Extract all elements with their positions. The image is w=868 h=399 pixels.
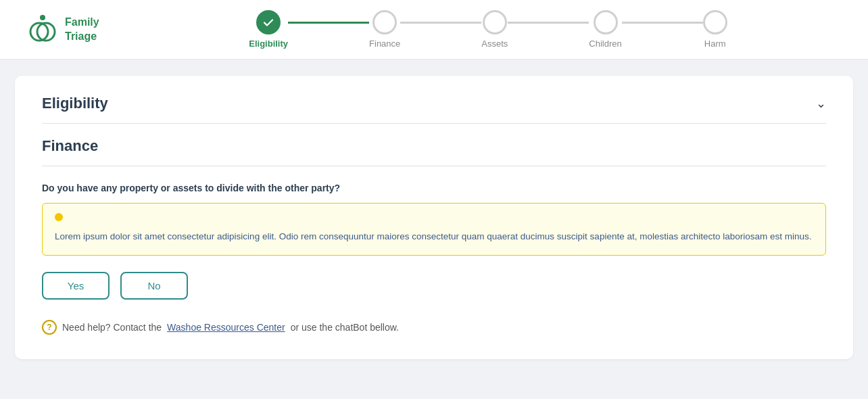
help-text-after: or use the chatBot bellow. bbox=[291, 322, 399, 333]
connector-2 bbox=[400, 22, 481, 24]
logo-icon bbox=[27, 14, 58, 45]
finance-title: Finance bbox=[42, 137, 826, 155]
step-label-harm: Harm bbox=[704, 39, 726, 49]
connector-4 bbox=[622, 22, 703, 24]
step-label-children: Children bbox=[589, 39, 621, 49]
step-eligibility[interactable]: Eligibility bbox=[249, 10, 288, 49]
eligibility-section-header: Eligibility ⌄ bbox=[42, 95, 826, 124]
washoe-link[interactable]: Washoe Ressources Center bbox=[167, 322, 285, 333]
eligibility-title: Eligibility bbox=[42, 95, 108, 112]
step-harm[interactable]: Harm bbox=[703, 10, 727, 49]
help-row: ? Need help? Contact the Washoe Ressourc… bbox=[42, 320, 826, 335]
header: Family Triage Eligibility Finance bbox=[0, 0, 868, 60]
step-circle-eligibility bbox=[256, 10, 281, 34]
step-circle-children bbox=[594, 10, 618, 34]
connector-1 bbox=[288, 22, 369, 24]
info-box-text: Lorem ipsum dolor sit amet consectetur a… bbox=[55, 229, 813, 244]
svg-point-0 bbox=[40, 15, 45, 20]
step-circle-harm bbox=[703, 10, 727, 34]
connector-3 bbox=[508, 22, 589, 24]
step-label-assets: Assets bbox=[481, 39, 508, 49]
content-card: Eligibility ⌄ Finance Do you have any pr… bbox=[15, 76, 853, 359]
help-text-before: Need help? Contact the bbox=[62, 322, 162, 333]
step-label-eligibility: Eligibility bbox=[249, 39, 288, 49]
yes-button[interactable]: Yes bbox=[42, 272, 110, 300]
stepper: Eligibility Finance Assets Children bbox=[135, 10, 841, 49]
property-question: Do you have any property or assets to di… bbox=[42, 183, 826, 193]
answer-buttons: Yes No bbox=[42, 272, 826, 300]
logo-text: Family Triage bbox=[65, 16, 99, 44]
step-circle-assets bbox=[483, 10, 507, 34]
step-children[interactable]: Children bbox=[589, 10, 621, 49]
info-dot-icon bbox=[55, 213, 63, 221]
info-box: Lorem ipsum dolor sit amet consectetur a… bbox=[42, 203, 826, 256]
logo-area: Family Triage bbox=[27, 14, 135, 45]
finance-section-header: Finance bbox=[42, 137, 826, 166]
step-finance[interactable]: Finance bbox=[369, 10, 400, 49]
help-icon: ? bbox=[42, 320, 57, 335]
chevron-down-icon[interactable]: ⌄ bbox=[816, 96, 826, 111]
step-assets[interactable]: Assets bbox=[481, 10, 508, 49]
step-circle-finance bbox=[372, 10, 397, 34]
main-content: Eligibility ⌄ Finance Do you have any pr… bbox=[0, 60, 868, 375]
step-label-finance: Finance bbox=[369, 39, 400, 49]
no-button[interactable]: No bbox=[120, 272, 188, 300]
